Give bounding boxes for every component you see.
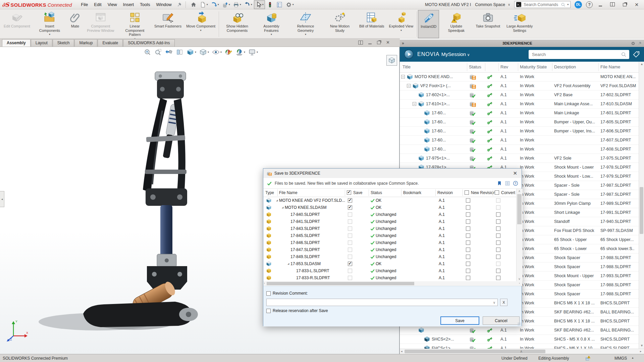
clear-comment-button[interactable]: X: [500, 299, 507, 306]
file-row[interactable]: ◢ 17-849.SLDPRT Unchanged A.1: [263, 253, 516, 260]
dropdown-arrow-icon[interactable]: ▾: [229, 3, 230, 6]
ribbon-tab[interactable]: Sketch: [53, 39, 74, 47]
save-checkbox[interactable]: [348, 240, 352, 245]
revision-comment-combo[interactable]: ∨: [266, 299, 498, 306]
menu-item[interactable]: Edit: [91, 1, 104, 8]
collapse-panel-icon[interactable]: »: [402, 41, 404, 46]
table-row[interactable]: − 17-60... A.1 In Work Bumper - Upper, I…: [400, 127, 639, 136]
view-tool-button[interactable]: ▾: [248, 48, 258, 56]
convert-checkbox[interactable]: [496, 219, 500, 224]
toolbar-button[interactable]: ▾: [254, 0, 265, 9]
save-checkbox[interactable]: [348, 233, 352, 238]
collapse-toggle[interactable]: −: [401, 75, 405, 79]
command-search[interactable]: >_ ▾: [514, 1, 571, 8]
col-maturity[interactable]: Maturity State: [520, 64, 547, 69]
file-row[interactable]: ◢ 17-845.SLDPRT Unchanged A.1: [263, 232, 516, 239]
ribbon-tab[interactable]: Assembly: [2, 39, 31, 47]
table-row[interactable]: − 17-60... A.1 In Work Main Linkage 17-6…: [400, 109, 639, 118]
file-row[interactable]: ◢ MOTO KNEE.SLDASM OK A.1: [263, 204, 516, 211]
save-checkbox[interactable]: [348, 212, 352, 217]
ribbon-button[interactable]: Move Component ▾: [184, 10, 218, 38]
convert-checkbox[interactable]: [496, 205, 500, 209]
ribbon-tab[interactable]: Markup: [74, 39, 97, 47]
toolbar-button[interactable]: ▾: [243, 1, 253, 9]
ribbon-button[interactable]: Update Speedpak ▾: [439, 10, 473, 38]
save-checkbox[interactable]: [348, 198, 352, 202]
dialog-titlebar[interactable]: Save to 3DEXPERIENCE ✕: [263, 169, 522, 178]
expand-caret-icon[interactable]: ◢: [287, 262, 289, 265]
col-rev[interactable]: Rev: [500, 64, 508, 69]
save-checkbox[interactable]: [348, 261, 352, 266]
ribbon-tab[interactable]: Layout: [31, 39, 52, 47]
dropdown-arrow-icon[interactable]: ▾: [49, 33, 50, 36]
help-icon[interactable]: ?: [586, 1, 593, 8]
dialog-horizontal-scrollbar[interactable]: ‹ ›: [263, 281, 522, 286]
scrollbar-thumb[interactable]: [405, 350, 545, 353]
pin-menu-icon[interactable]: [176, 2, 182, 8]
col-status[interactable]: Status: [371, 190, 382, 195]
release-reservation-checkbox[interactable]: [266, 309, 271, 313]
convert-checkbox[interactable]: [496, 276, 500, 280]
view-tool-button[interactable]: ▾: [235, 48, 245, 56]
split-view-button[interactable]: [608, 2, 617, 7]
ribbon-button[interactable]: Bill of Materials ▾: [357, 10, 387, 38]
threedexperience-compass-icon[interactable]: [404, 49, 414, 59]
toolbar-button[interactable]: ▾: [266, 1, 274, 9]
col-convert[interactable]: Convert: [501, 190, 515, 195]
save-checkbox[interactable]: [348, 205, 352, 209]
new-revision-checkbox[interactable]: [466, 240, 470, 245]
resize-grip[interactable]: [518, 322, 521, 326]
dropdown-arrow-icon[interactable]: ▾: [240, 3, 241, 6]
restore-document-icon[interactable]: [377, 41, 381, 44]
scrollbar-thumb[interactable]: [267, 282, 414, 285]
ribbon-button[interactable]: Edit Component ▾: [1, 10, 33, 38]
file-row[interactable]: ◢ 17-853.SLDASM OK A.1: [263, 260, 516, 267]
cancel-button[interactable]: Cancel: [483, 316, 520, 325]
units-selector[interactable]: MMGS: [614, 356, 627, 361]
view-selector-icon[interactable]: [386, 55, 397, 66]
save-checkbox[interactable]: [348, 276, 352, 280]
convert-all-checkbox[interactable]: [495, 190, 499, 195]
new-revision-checkbox[interactable]: [466, 226, 470, 231]
file-row[interactable]: ◢ 17-840.SLDPRT Unchanged A.1: [263, 211, 516, 218]
convert-checkbox[interactable]: [496, 240, 500, 245]
file-row[interactable]: ◢ 17-841.SLDPRT Unchanged A.1: [263, 218, 516, 225]
dropdown-arrow-icon[interactable]: ▾: [195, 51, 196, 54]
toolbar-button[interactable]: ▾: [210, 1, 220, 9]
ribbon-button[interactable]: Smart Fasteners ▾: [152, 10, 184, 38]
menu-item[interactable]: Window: [153, 1, 174, 8]
table-row[interactable]: − 17-602<1>... A.1 In Work VF2 Base 17-6…: [400, 90, 639, 100]
ribbon-button[interactable]: ▾: [219, 11, 219, 37]
convert-checkbox[interactable]: [496, 212, 500, 217]
collaborative-space-selector[interactable]: Common Space ∨: [475, 2, 510, 7]
combo-chevron-icon[interactable]: ∨: [491, 301, 497, 304]
close-document-icon[interactable]: ✕: [386, 40, 390, 45]
save-checkbox[interactable]: [348, 247, 352, 252]
ribbon-button[interactable]: Linear Component Pattern ▾: [118, 10, 152, 38]
table-row[interactable]: − A.1 In Work SKF BEARING #62... BALL BE…: [400, 326, 639, 335]
table-row[interactable]: − 17-60... A.1 In Work 17-607.SLDPRT: [400, 136, 639, 145]
view-tool-button[interactable]: ▾: [199, 48, 209, 56]
ribbon-button[interactable]: Large Assembly Settings ▾: [502, 10, 537, 38]
prosthetic-leg-model[interactable]: [34, 70, 221, 345]
save-checkbox[interactable]: [348, 226, 352, 231]
dropdown-arrow-icon[interactable]: ▾: [305, 33, 306, 36]
collapse-toggle[interactable]: −: [407, 84, 411, 88]
panel-pin-icon[interactable]: [637, 41, 642, 46]
table-row[interactable]: − FHCS<1> ... A.1 In Work FHCS - M6 X 1 …: [400, 344, 639, 349]
restore-button[interactable]: [621, 2, 629, 7]
ribbon-button[interactable]: Assembly Features ▾: [254, 10, 288, 38]
collapse-toggle[interactable]: −: [413, 102, 416, 106]
ribbon-button[interactable]: Instant3D ▾: [418, 10, 439, 38]
col-filename[interactable]: File Name: [600, 64, 620, 69]
table-row[interactable]: − 17-975<1>... A.1 In Work VF2 Sole 17-9…: [400, 154, 639, 163]
file-row[interactable]: ◢ 17-843.SLDPRT Unchanged A.1: [263, 225, 516, 232]
dropdown-arrow-icon[interactable]: ▾: [207, 3, 208, 6]
save-all-checkbox[interactable]: [347, 190, 351, 195]
view-tool-button[interactable]: ▾: [144, 48, 151, 56]
new-revision-checkbox[interactable]: [466, 219, 470, 224]
convert-checkbox[interactable]: [496, 198, 500, 202]
ribbon-button[interactable]: Take Snapshot ▾: [473, 10, 502, 38]
view-tool-button[interactable]: ▾: [176, 48, 183, 56]
new-revision-checkbox[interactable]: [466, 254, 470, 259]
